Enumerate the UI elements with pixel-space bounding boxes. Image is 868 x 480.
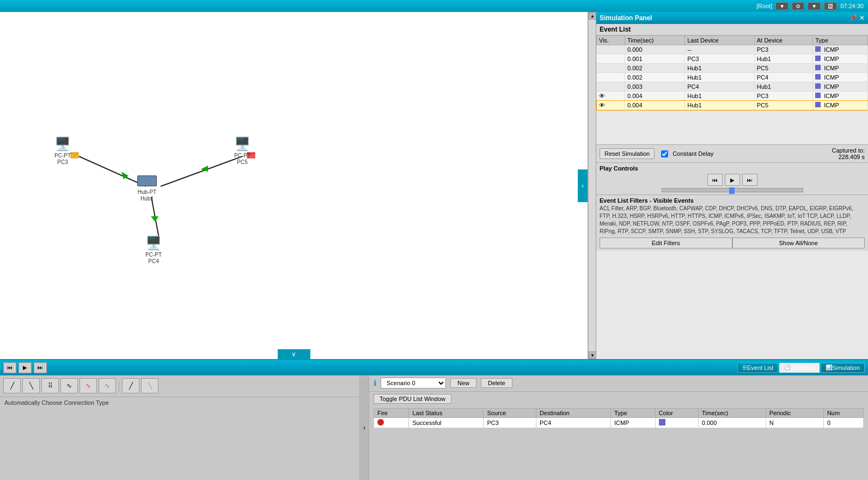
scroll-up-btn[interactable]: ▲	[589, 12, 596, 20]
sim-close-btn[interactable]: ✕	[859, 14, 865, 22]
tool-dots[interactable]: ⠿	[41, 378, 59, 393]
canvas-vertical-scrollbar[interactable]: ▲ ▼	[588, 12, 596, 359]
delete-scenario-btn[interactable]: Delete	[481, 378, 512, 388]
event-list-tab[interactable]: ☰ Event List	[737, 363, 778, 373]
pdu-type: ICMP	[610, 417, 655, 428]
top-btn-4[interactable]: 🖼	[824, 2, 837, 10]
event-vis: 👁	[597, 101, 625, 110]
tool-wave2[interactable]: ∿	[80, 378, 97, 393]
svg-line-4	[151, 197, 159, 238]
event-at-device: PC5	[754, 64, 813, 73]
play-controls-title: Play Controls	[600, 165, 865, 172]
pdu-col-time: Time(sec)	[698, 408, 766, 417]
event-table-row[interactable]: 0.002 Hub1 PC4 ICMP	[597, 73, 868, 82]
pdu-fire	[374, 417, 409, 428]
tool-diagonal1[interactable]: ╱	[3, 378, 21, 393]
top-btn-1[interactable]: ▼	[775, 2, 788, 10]
event-type: ICMP	[813, 54, 868, 64]
pdu-col-type: Type	[610, 408, 655, 417]
event-type: ICMP	[813, 101, 868, 110]
tool-wave1[interactable]: ∿	[60, 378, 78, 393]
pdu-col-dest: Destination	[536, 408, 610, 417]
event-type: ICMP	[813, 73, 868, 82]
sim-pin-btn[interactable]: 📌	[849, 14, 857, 22]
bottom-rewind-btn[interactable]: ⏮	[3, 362, 16, 373]
event-list-container[interactable]: Vis. Time(sec) Last Device At Device Typ…	[596, 35, 868, 144]
play-slider[interactable]	[662, 188, 803, 192]
pdu-col-periodic: Periodic	[766, 408, 823, 417]
tool-wave3[interactable]: ∿	[99, 378, 116, 393]
canvas-area: 🖥️ PC-PTPC3 Hub-PTHub1 🖥️ PC-PTPC5 🖥️ PC…	[0, 12, 588, 359]
event-type: ICMP	[813, 92, 868, 101]
event-type: ICMP	[813, 64, 868, 73]
tool-separator	[119, 380, 119, 391]
tool-line2[interactable]: ╱	[141, 378, 158, 393]
filters-title: Event List Filters - Visible Events	[600, 197, 865, 204]
pdu-col-status: Last Status	[409, 408, 484, 417]
filters-content: ACL Filter, ARP, BGP, Bluetooth, CAPWAP,…	[600, 205, 865, 235]
event-table-row[interactable]: 0.002 Hub1 PC5 ICMP	[597, 64, 868, 73]
event-table-row[interactable]: 0.001 PC3 Hub1 ICMP	[597, 54, 868, 64]
scenario-header: ℹ Scenario 0 New Delete	[369, 375, 868, 392]
event-last-device: --	[685, 45, 754, 54]
bottom-play-btn[interactable]: ▶	[19, 362, 32, 373]
event-time: 0.003	[625, 82, 685, 92]
node-pc4[interactable]: 🖥️ PC-PTPC4	[145, 235, 162, 265]
play-btn[interactable]: ▶	[725, 174, 740, 186]
new-scenario-btn[interactable]: New	[450, 378, 476, 388]
event-table-row[interactable]: 0.003 PC4 Hub1 ICMP	[597, 82, 868, 92]
event-vis: 👁	[597, 92, 625, 101]
tool-line1[interactable]: ╱	[122, 378, 139, 393]
svg-rect-6	[71, 153, 78, 158]
pdu-num: 0	[823, 417, 863, 428]
show-all-none-btn[interactable]: Show All/None	[732, 238, 865, 248]
pdu-col-color: Color	[655, 408, 698, 417]
node-pc5[interactable]: 🖥️ PC-PTPC5	[234, 136, 250, 166]
event-time: 0.001	[625, 54, 685, 64]
pdu-table-row[interactable]: Successful PC3 PC4 ICMP 0.000 N 0	[374, 417, 864, 428]
bottom-forward-btn[interactable]: ⏭	[34, 362, 47, 373]
event-time: 0.004	[625, 101, 685, 110]
simulation-tab[interactable]: 📊 Simulation	[821, 363, 865, 373]
bottom-tabs-row: ⏮ ▶ ⏭ ☰ Event List 🕐 Realtime 📊 Simulati…	[0, 360, 868, 375]
forward-btn[interactable]: ⏭	[742, 174, 757, 186]
event-list-title: Event List	[596, 24, 868, 35]
constant-delay-checkbox[interactable]	[661, 150, 668, 157]
scenario-select[interactable]: Scenario 0	[381, 378, 446, 388]
event-time: 0.002	[625, 73, 685, 82]
toggle-arrow[interactable]: ›	[359, 375, 369, 480]
event-vis	[597, 73, 625, 82]
drawing-tools-row: ╱ ╱ ⠿ ∿ ∿ ∿ ╱ ╱	[0, 375, 359, 397]
toggle-pdu-btn[interactable]: Toggle PDU List Window	[374, 394, 451, 404]
canvas-right-arrow[interactable]: ›	[578, 169, 588, 202]
event-table-row[interactable]: 0.000 -- PC3 ICMP	[597, 45, 868, 54]
event-at-device: PC5	[754, 101, 813, 110]
rewind-btn[interactable]: ⏮	[707, 174, 723, 186]
edit-filters-btn[interactable]: Edit Filters	[600, 238, 732, 248]
event-table-row[interactable]: 👁 0.004 Hub1 PC5 ICMP	[597, 101, 868, 110]
tool-diagonal2[interactable]: ╱	[22, 378, 40, 393]
node-hub1[interactable]: Hub-PTHub1	[137, 175, 157, 202]
pdu-source: PC3	[484, 417, 536, 428]
play-buttons: ⏮ ▶ ⏭	[600, 174, 865, 186]
simulation-panel: Simulation Panel 📌 ✕ Event List Vis. Tim…	[596, 12, 868, 359]
event-last-device: Hub1	[685, 64, 754, 73]
event-last-device: PC3	[685, 54, 754, 64]
scroll-down-btn[interactable]: ▼	[589, 351, 596, 359]
event-last-device: PC4	[685, 82, 754, 92]
node-pc3[interactable]: 🖥️ PC-PTPC3	[54, 136, 71, 166]
realtime-tab[interactable]: 🕐 Realtime	[779, 363, 819, 373]
event-table-row[interactable]: 👁 0.004 Hub1 PC3 ICMP	[597, 92, 868, 101]
col-vis: Vis.	[597, 36, 625, 45]
top-btn-3[interactable]: ▼	[808, 2, 821, 10]
svg-line-0	[79, 156, 146, 186]
svg-line-8	[75, 153, 78, 155]
event-type: ICMP	[813, 82, 868, 92]
reset-simulation-btn[interactable]: Reset Simulation	[600, 148, 655, 159]
pdu-dest: PC4	[536, 417, 610, 428]
pdu-periodic: N	[766, 417, 823, 428]
top-btn-2[interactable]: ⚙	[792, 2, 804, 10]
scenario-pdu-area: ℹ Scenario 0 New Delete Toggle PDU List …	[369, 375, 868, 480]
play-slider-thumb[interactable]	[729, 187, 735, 194]
canvas-bottom-arrow[interactable]: ∨	[278, 349, 310, 359]
